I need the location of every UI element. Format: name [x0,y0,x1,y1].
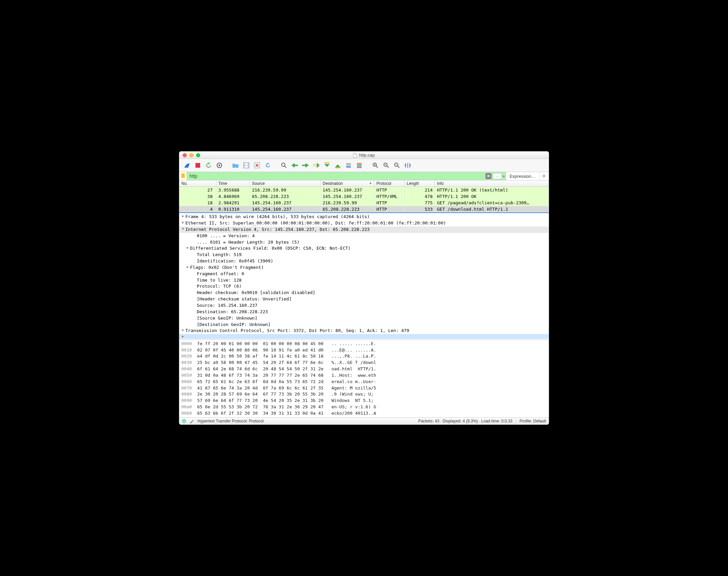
detail-tree-leaf[interactable]: Header checksum: 0x9010 [validation disa… [179,290,549,296]
svg-rect-17 [357,163,362,164]
save-file-button[interactable] [242,161,251,170]
go-to-packet-button[interactable] [312,161,321,170]
detail-tree-node[interactable]: Differentiated Services Field: 0x00 (DSC… [179,245,549,252]
hex-line[interactable]: 00a0 65 6e 2d 55 53 3b 20 72 76 3a 31 2e… [181,404,547,410]
go-last-packet-button[interactable] [333,161,342,170]
stop-capture-button[interactable] [193,161,202,170]
disclosure-triangle-icon[interactable] [181,334,185,339]
packet-details-pane[interactable]: Frame 4: 533 bytes on wire (4264 bits), … [179,213,549,340]
hex-line[interactable]: 00b0 65 63 6b 6f 2f 32 30 30 34 30 31 31… [181,410,547,417]
status-profile[interactable]: Profile: Default [516,419,546,424]
packet-list-header[interactable]: No. Time Source Destination▲ Protocol Le… [179,180,549,187]
hex-line[interactable]: 0020 e4 df 0d 2c 00 50 38 af fe 14 11 4c… [181,353,547,359]
col-header-protocol[interactable]: Protocol [374,180,405,186]
go-first-packet-button[interactable] [323,161,331,170]
detail-tree-leaf[interactable]: Time to live: 128 [179,277,549,284]
clear-filter-button[interactable]: ✕ [485,173,491,179]
detail-tree-node[interactable]: Internet Protocol Version 4, Src: 145.25… [179,227,549,233]
zoom-reset-button[interactable]: = [393,161,401,170]
status-bar: Hypertext Transfer Protocol: Protocol Pa… [179,417,549,425]
open-file-button[interactable] [231,161,240,170]
restart-capture-button[interactable] [204,161,213,170]
hex-line[interactable]: 0080 2e 30 20 28 57 69 6e 64 6f 77 73 3b… [181,391,547,398]
shark-fin-icon[interactable] [183,161,191,170]
svg-rect-11 [324,162,330,163]
packet-bytes-pane[interactable]: 0000 fe ff 20 00 01 00 00 00 01 00 00 00… [179,340,549,417]
svg-line-8 [285,166,286,168]
disclosure-triangle-icon[interactable] [181,220,185,225]
svg-rect-13 [346,163,351,164]
detail-tree-leaf[interactable]: Protocol: TCP (6) [179,283,549,290]
hex-line[interactable]: 0050 31 0d 0a 48 6f 73 74 3a 20 77 77 77… [181,372,547,379]
reload-file-button[interactable] [263,161,272,170]
detail-tree-leaf[interactable]: [Source GeoIP: Unknown] [179,315,549,322]
packet-list-pane[interactable]: No. Time Source Destination▲ Protocol Le… [179,180,549,212]
col-header-length[interactable]: Length [405,180,435,186]
svg-rect-31 [405,163,406,168]
detail-tree-node[interactable]: Ethernet II, Src: Superlan_00:00:00 (00:… [179,220,549,227]
hex-line[interactable]: 0030 25 bc a9 58 00 00 47 45 54 20 2f 64… [181,359,547,366]
detail-tree-leaf[interactable]: [Header checksum status: Unverified] [179,296,549,303]
apply-filter-button[interactable]: → [493,173,502,179]
svg-text:=: = [396,164,397,166]
display-filter-input[interactable] [187,172,484,180]
svg-rect-33 [409,163,410,168]
resize-columns-button[interactable] [403,161,412,170]
detail-tree-node[interactable]: Transmission Control Protocol, Src Port:… [179,328,549,334]
hex-line[interactable]: 0090 57 69 6e 64 6f 77 73 20 4e 54 20 35… [181,398,547,404]
detail-tree-node[interactable]: Flags: 0x02 (Don't Fragment) [179,264,549,271]
auto-scroll-button[interactable] [344,161,353,170]
expert-info-indicator[interactable] [182,419,186,423]
find-packet-button[interactable] [279,161,288,170]
col-header-source[interactable]: Source [250,180,321,186]
svg-point-2 [219,165,220,166]
close-window-button[interactable] [183,153,187,157]
detail-tree-leaf[interactable]: Destination: 65.208.228.223 [179,309,549,315]
hex-line[interactable]: 0070 41 67 65 6e 74 3a 20 4d 6f 7a 69 6c… [181,385,547,392]
disclosure-triangle-icon[interactable] [181,214,185,219]
minimize-window-button[interactable] [189,153,193,157]
zoom-in-button[interactable] [371,161,380,170]
edit-capture-comment-button[interactable] [189,419,194,424]
packet-row[interactable]: 40.911310145.254.160.23765.208.228.223HT… [179,206,549,212]
packet-row[interactable]: 182.984291145.254.160.237216.239.59.99HT… [179,200,549,206]
hex-line[interactable]: 0010 02 07 0f 45 40 00 80 06 90 10 91 fe… [181,347,547,353]
svg-rect-14 [346,165,351,165]
detail-tree-node[interactable]: Frame 4: 533 bytes on wire (4264 bits), … [179,214,549,220]
packet-row[interactable]: 384.84696965.208.228.223145.254.160.237H… [179,193,549,200]
chevron-down-icon[interactable]: ▾ [503,174,505,178]
svg-rect-15 [346,166,351,167]
capture-options-button[interactable] [215,161,224,170]
detail-tree-leaf[interactable]: Source: 145.254.160.237 [179,303,549,309]
packet-row[interactable]: 273.955688216.239.59.99145.254.160.237HT… [179,187,549,193]
maximize-window-button[interactable] [196,153,200,157]
filter-bookmark-button[interactable] [179,172,187,180]
zoom-out-button[interactable] [382,161,390,170]
add-filter-button[interactable]: + [539,172,549,180]
go-back-button[interactable] [290,161,299,170]
colorize-button[interactable] [355,161,364,170]
detail-tree-leaf[interactable]: Identification: 0x0f45 (3909) [179,258,549,264]
go-forward-button[interactable] [301,161,310,170]
svg-rect-32 [407,163,408,168]
disclosure-triangle-icon[interactable] [181,328,185,333]
disclosure-triangle-icon[interactable] [185,264,190,269]
hex-line[interactable]: 0040 6f 61 64 2e 68 74 6d 6c 20 48 54 54… [181,366,547,372]
close-file-button[interactable] [253,161,261,170]
detail-tree-node[interactable] [179,334,549,339]
detail-tree-leaf[interactable]: 0100 .... = Version: 4 [179,233,549,239]
detail-tree-leaf[interactable]: Total Length: 519 [179,252,549,258]
col-header-info[interactable]: Info [435,180,549,186]
detail-tree-leaf[interactable]: Fragment offset: 0 [179,271,549,277]
disclosure-triangle-icon[interactable] [185,245,190,250]
detail-tree-leaf[interactable]: .... 0101 = Header Length: 20 bytes (5) [179,239,549,246]
expression-button[interactable]: Expression… [506,172,539,180]
hex-line[interactable]: 0060 65 72 65 61 6c 2e 63 6f 6d 0d 0a 55… [181,379,547,385]
col-header-destination[interactable]: Destination▲ [321,180,374,186]
disclosure-triangle-icon[interactable] [181,227,185,232]
hex-line[interactable]: 0000 fe ff 20 00 01 00 00 00 01 00 00 00… [181,341,547,347]
col-header-time[interactable]: Time [216,180,250,186]
col-header-no[interactable]: No. [179,180,216,186]
detail-tree-leaf[interactable]: [Destination GeoIP: Unknown] [179,322,549,328]
svg-rect-4 [245,166,248,168]
